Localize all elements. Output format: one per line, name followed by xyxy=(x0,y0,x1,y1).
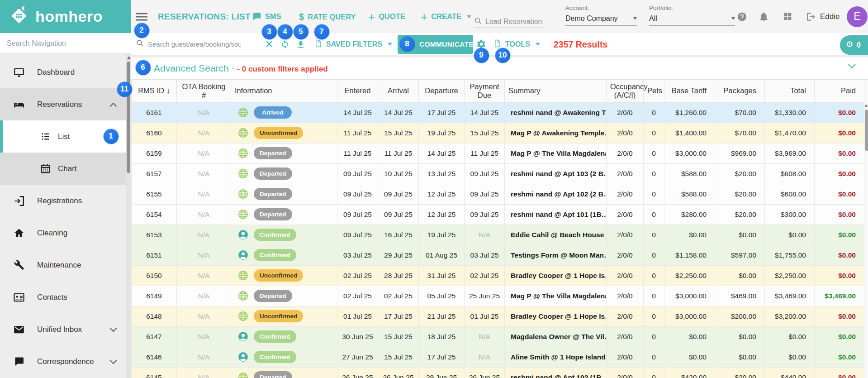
reservation-row-6155[interactable]: 6155N/ADeparted09 Jul 2509 Jul 2512 Jul … xyxy=(132,184,864,204)
reservation-row-6146[interactable]: 6146N/AConfirmed27 Jun 2515 Jul 2517 Jul… xyxy=(132,347,864,367)
nav-rate-query[interactable]: $ RATE QUERY xyxy=(299,11,356,22)
reservation-row-6159[interactable]: 6159N/ADeparted11 Jul 2511 Jul 2514 Jul … xyxy=(132,143,864,163)
column-header-packages[interactable]: Packages xyxy=(715,80,765,102)
sidebar-item-chart[interactable]: Chart xyxy=(0,153,131,185)
sidebar-item-contacts[interactable]: Contacts xyxy=(0,281,131,313)
reservation-row-6145[interactable]: 6145N/ADeparted26 Jun 2526 Jun 2529 Jun … xyxy=(132,367,864,378)
column-header-rms-id[interactable]: RMS ID↓ xyxy=(132,80,177,102)
nav-quote[interactable]: + QUOTE xyxy=(368,12,405,21)
cell-packages: $0.00 xyxy=(715,265,765,286)
refresh-icon[interactable] xyxy=(280,39,290,49)
sidebar-item-correspondence[interactable]: Correspondence xyxy=(0,345,131,378)
cell-base-tariff: $0.00 xyxy=(664,326,715,347)
reservation-row-6149[interactable]: 6149N/ADeparted02 Jul 2502 Jul 2505 Jul … xyxy=(132,286,864,306)
account-select[interactable]: Account: Demo Company xyxy=(565,5,637,26)
reservation-search-field[interactable] xyxy=(136,38,242,51)
reservation-row-6148[interactable]: 6148N/AUnconfirmed01 Jul 2517 Jul 2521 J… xyxy=(132,306,864,326)
sidebar-scrollbar-thumb[interactable] xyxy=(127,62,130,173)
column-header-paid[interactable]: Paid xyxy=(815,80,864,102)
cell-entered: 03 Jul 25 xyxy=(337,245,378,265)
cell-entered: 30 Jun 25 xyxy=(337,326,378,347)
expand-advanced-search-icon[interactable] xyxy=(848,61,856,68)
sidebar-search[interactable] xyxy=(0,33,131,54)
nav-create[interactable]: + CREATE xyxy=(421,12,471,21)
column-header-total[interactable]: Total xyxy=(765,80,815,102)
cell-packages: $597.00 xyxy=(715,245,765,265)
sidebar-item-reservations[interactable]: Reservations xyxy=(0,88,131,120)
cell-paid: $3,469.00 xyxy=(815,286,864,306)
help-icon[interactable] xyxy=(737,11,747,22)
sidebar-item-registrations[interactable]: Registrations xyxy=(0,185,131,217)
cell-information: Departed xyxy=(231,367,337,378)
cell-ota-booking: N/A xyxy=(177,204,231,225)
cell-summary: reshmi nand @ Apt 103 (2 B… xyxy=(505,163,607,184)
column-header-ota-booking-[interactable]: OTA Booking # xyxy=(177,80,231,102)
column-header-departure[interactable]: Departure xyxy=(419,80,465,102)
online-booking-globe-icon xyxy=(237,107,249,118)
status-badge: Unconfirmed xyxy=(254,127,303,139)
cell-arrival: 16 Jul 25 xyxy=(378,225,419,245)
plus-icon: + xyxy=(368,12,375,21)
reservation-row-6147[interactable]: 6147N/AConfirmed30 Jun 2515 Jul 2518 Jul… xyxy=(132,326,864,347)
enter-icon xyxy=(13,195,25,207)
homhero-logo[interactable]: homhero xyxy=(0,0,131,33)
cell-payment-due: 03 Jul 25 xyxy=(465,245,505,265)
column-header-arrival[interactable]: Arrival xyxy=(378,80,419,102)
reservation-row-6161[interactable]: 6161N/AArrived14 Jul 2514 Jul 2517 Jul 2… xyxy=(132,102,864,123)
avatar[interactable]: E xyxy=(847,6,868,27)
cell-rms-id: 6147 xyxy=(132,326,177,347)
nav-rate-query-label: RATE QUERY xyxy=(308,12,356,21)
sidebar-item-label: Chart xyxy=(58,164,77,173)
online-booking-globe-icon xyxy=(237,209,249,220)
cell-entered: 09 Jul 25 xyxy=(337,204,378,225)
hamburger-menu-icon[interactable] xyxy=(136,11,147,22)
scroll-up-icon[interactable] xyxy=(865,104,868,107)
load-reservation-field[interactable] xyxy=(474,15,544,28)
notification-count-chip[interactable]: 0 xyxy=(840,35,868,55)
clear-search-icon[interactable] xyxy=(264,39,274,49)
sidebar-nav: DashboardReservationsListChartRegistrati… xyxy=(0,56,131,378)
apps-grid-icon[interactable] xyxy=(783,11,793,22)
sidebar-item-cleaning[interactable]: Cleaning xyxy=(0,217,131,249)
sidebar-search-input[interactable] xyxy=(6,39,114,48)
reservation-row-6153[interactable]: 6153N/AConfirmed09 Jul 2516 Jul 2519 Jul… xyxy=(132,225,864,245)
cell-base-tariff: $0.00 xyxy=(664,225,715,245)
column-header-information[interactable]: Information xyxy=(231,80,337,102)
cell-pets: 0 xyxy=(644,123,664,143)
column-header-entered[interactable]: Entered xyxy=(337,80,378,102)
advanced-search-toggle[interactable]: Advanced Search - - 0 custom filters app… xyxy=(154,63,328,74)
download-icon[interactable] xyxy=(296,39,306,49)
nav-sms[interactable]: SMS xyxy=(251,12,281,22)
cell-information: Confirmed xyxy=(231,326,337,347)
column-header-payment-due[interactable]: Payment Due xyxy=(465,80,505,102)
notifications-bell-icon[interactable] xyxy=(759,11,769,22)
reservation-row-6154[interactable]: 6154N/ADeparted09 Jul 2509 Jul 2512 Jul … xyxy=(132,204,864,225)
reservation-row-6150[interactable]: 6150N/AUnconfirmed02 Jul 2528 Jul 2531 J… xyxy=(132,265,864,286)
cell-paid: $0.00 xyxy=(815,184,864,204)
cell-information: Departed xyxy=(231,163,337,184)
portfolio-select[interactable]: Portfolio: All xyxy=(649,5,735,26)
cell-payment-due: 25 Jun 25 xyxy=(465,286,505,306)
column-header-base-tariff[interactable]: Base Tariff xyxy=(664,80,715,102)
table-scrollbar-thumb[interactable] xyxy=(865,110,868,151)
sidebar-item-unified-inbox[interactable]: Unified Inbox xyxy=(0,313,131,345)
tools-menu[interactable]: TOOLS xyxy=(493,39,540,49)
app-window: homhero DashboardReservationsListChartRe… xyxy=(0,0,868,378)
sidebar-scroll-up-icon[interactable] xyxy=(127,56,131,59)
user-name[interactable]: Eddie xyxy=(820,12,840,21)
reservation-row-6160[interactable]: 6160N/AUnconfirmed11 Jul 2515 Jul 2519 J… xyxy=(132,123,864,143)
column-header-summary[interactable]: Summary xyxy=(505,80,607,102)
sign-out-icon[interactable] xyxy=(805,11,816,22)
cell-payment-due: N/A xyxy=(465,347,505,367)
column-header-occupancy-a-c-i-[interactable]: Occupancy (A/C/I) xyxy=(607,80,644,102)
reservation-row-6157[interactable]: 6157N/ADeparted09 Jul 2510 Jul 2513 Jul … xyxy=(132,163,864,184)
sidebar-item-dashboard[interactable]: Dashboard xyxy=(0,56,131,88)
sidebar-item-label: Cleaning xyxy=(37,229,67,238)
load-reservation-input[interactable] xyxy=(484,17,544,26)
saved-filters-menu[interactable]: SAVED FILTERS xyxy=(314,39,392,49)
sidebar-item-maintenance[interactable]: Maintenance xyxy=(0,249,131,281)
reservation-search-input[interactable] xyxy=(147,40,242,48)
table-scrollbar[interactable] xyxy=(864,80,868,378)
reservation-row-6151[interactable]: 6151N/AConfirmed03 Jul 2529 Jul 2501 Aug… xyxy=(132,245,864,265)
online-booking-globe-icon xyxy=(237,311,249,322)
